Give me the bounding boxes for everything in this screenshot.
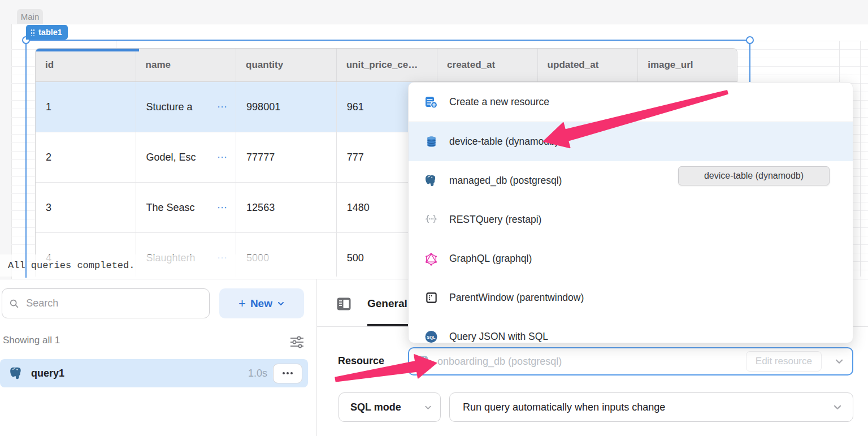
svg-text:SQL: SQL [427, 335, 436, 340]
dropdown-item-parentwindow[interactable]: ParentWindow (parentwindow) [409, 278, 853, 317]
panel-divider [316, 279, 317, 436]
search-icon [9, 298, 19, 309]
new-query-button[interactable]: + New [219, 288, 304, 318]
dynamodb-icon [424, 135, 438, 149]
chevron-down-icon [424, 403, 432, 412]
chevron-down-icon [832, 402, 843, 412]
tab-general[interactable]: General [367, 297, 407, 310]
component-tag-label: table1 [38, 28, 62, 37]
query-list-item[interactable]: query1 1.0s [0, 359, 308, 387]
drag-handle-icon[interactable] [31, 29, 35, 36]
page-tab-main[interactable]: Main [17, 9, 43, 24]
postgresql-icon [424, 174, 438, 188]
app-editor: Main id name quantity unit_price_ce… cre… [0, 0, 868, 436]
search-input[interactable] [25, 297, 202, 310]
parentwindow-icon [424, 291, 438, 305]
page-tab-label: Main [21, 12, 40, 21]
query-count-label: Showing all 1 [3, 335, 60, 346]
query-name: query1 [31, 368, 64, 379]
query-search[interactable] [2, 288, 210, 318]
sql-icon: SQL [424, 330, 438, 344]
postgresql-icon [9, 366, 24, 381]
resource-label: Resource [338, 355, 384, 367]
resource-value: onboarding_db (postgresql) [437, 356, 562, 368]
create-resource-icon [424, 96, 438, 109]
query-more-options-button[interactable] [273, 364, 302, 383]
resource-select[interactable]: onboarding_db (postgresql) Edit resource [408, 347, 853, 375]
restapi-icon [424, 213, 438, 227]
resize-handle-top-right[interactable] [746, 36, 754, 44]
run-behavior-select[interactable]: Run query automatically when inputs chan… [449, 392, 853, 422]
hover-tooltip: device-table (dynamodb) [678, 166, 830, 185]
dropdown-item-device-table[interactable]: device-table (dynamodb) [409, 122, 853, 161]
dropdown-item-restquery[interactable]: RESTQuery (restapi) [409, 200, 853, 239]
component-tag-table1[interactable]: table1 [26, 25, 68, 40]
edit-resource-button[interactable]: Edit resource [746, 351, 822, 372]
sql-mode-select[interactable]: SQL mode [338, 392, 441, 422]
canvas-column-guide [860, 41, 861, 277]
panel-layout-icon[interactable] [336, 296, 351, 314]
query-duration: 1.0s [248, 368, 267, 379]
filter-icon[interactable] [289, 335, 305, 352]
chevron-down-icon[interactable] [834, 356, 844, 366]
resource-dropdown: Create a new resource device-table (dyna… [408, 82, 853, 343]
dropdown-item-create-resource[interactable]: Create a new resource [409, 83, 853, 122]
dropdown-item-query-json-sql[interactable]: SQL Query JSON with SQL [409, 317, 853, 343]
graphql-icon [424, 252, 438, 266]
chevron-down-icon [277, 300, 285, 308]
postgresql-icon [417, 355, 431, 369]
dropdown-item-graphql[interactable]: GraphQL (graphql) [409, 239, 853, 278]
plus-icon: + [238, 296, 246, 311]
